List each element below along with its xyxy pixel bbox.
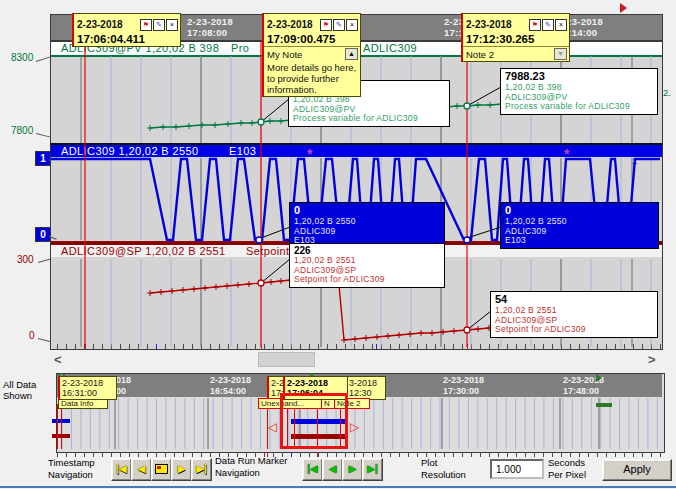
flag-icon[interactable]: ⚑ <box>140 19 152 31</box>
yaxis-blue-bottom: 0 <box>35 227 51 242</box>
icon-cluster: ⚑✎× <box>319 15 358 33</box>
icon-cluster: ⚑✎× <box>528 15 567 33</box>
all-data-shown-label: All Data Shown <box>3 379 51 401</box>
pencil-icon[interactable]: ✎ <box>153 19 165 31</box>
close-icon[interactable]: × <box>555 19 567 31</box>
overview-timestamp-box[interactable]: 3-201812:30 <box>345 376 386 400</box>
yaxis-leader <box>38 258 51 263</box>
tooltip-di-1: 0 1,20,02 B 2550 ADLIC309 E103 <box>289 202 445 249</box>
ts-first-button[interactable]: |◀ <box>111 458 132 481</box>
note-body: More details go here,to provide furtheri… <box>264 61 360 96</box>
yaxis-red-top: 300 <box>17 254 34 265</box>
overview-green-bar <box>596 403 612 407</box>
overview-marker-line <box>61 404 62 449</box>
data-run-marker-icon: * <box>564 149 569 159</box>
ts-last-button[interactable]: ▶| <box>191 458 212 481</box>
plot-resolution-label: Plot Resolution <box>421 457 481 481</box>
overview-green-marker-icon[interactable] <box>596 374 602 382</box>
tooltip-pv-2: 7988.23 1,20,02 B 398 ADLIC309@PV Proces… <box>500 68 658 115</box>
yaxis-leader <box>38 338 51 342</box>
overview-selection-rect[interactable] <box>280 393 348 449</box>
window-bottom-edge <box>0 486 676 488</box>
yaxis-leader <box>36 56 51 62</box>
timeline-marker-icon[interactable] <box>620 3 627 13</box>
tooltip-di-2: 0 1,20,02 B 2550 ADLIC309 E103 <box>500 202 659 249</box>
trend-application-window: 2-23-201817:08:00 2-23-201817:10:00 2-23… <box>0 0 676 489</box>
selection-right-handle[interactable]: ▷ <box>350 421 359 433</box>
time-axis-label: 2-23-201817:08:00 <box>187 16 233 38</box>
apply-button[interactable]: Apply <box>602 459 672 481</box>
run-first-button[interactable]: |◀ <box>302 458 323 481</box>
right-edge-blue-label: 1 <box>632 155 637 166</box>
pencil-icon[interactable]: ✎ <box>542 19 554 31</box>
tooltip-sp-1: 226 1,20,02 B 2551 ADLIC309@SP Setpoint … <box>289 243 445 288</box>
run-prev-button[interactable]: ◀ <box>322 458 343 481</box>
run-last-button[interactable]: ▶| <box>362 458 383 481</box>
data-run-marker-icon: * <box>307 149 312 159</box>
overview-marker-line <box>57 404 58 449</box>
timestamp-box-2[interactable]: 2-23-2018 ⚑✎× 17:09:00.475 My Note ▲ Mor… <box>262 13 361 97</box>
icon-cluster: ⚑✎× <box>139 15 178 33</box>
run-next-button[interactable]: ▶ <box>342 458 363 481</box>
yaxis-green-bottom: 7800 <box>11 125 33 136</box>
close-icon[interactable]: × <box>346 19 358 31</box>
timestamp-nav-label: Timestamp Navigation <box>48 457 110 481</box>
yaxis-leader <box>36 133 51 138</box>
collapse-note-icon[interactable]: ▲ <box>345 48 358 60</box>
ts-next-button[interactable]: ▶ <box>171 458 192 481</box>
yaxis-blue-top: 1 <box>35 151 51 166</box>
timestamp-box-3[interactable]: 2-23-2018 ⚑✎× 17:12:30.265 Note 2 ▼ <box>461 13 570 62</box>
ts-prev-button[interactable]: ◀ <box>131 458 152 481</box>
note-title: Note 2 <box>466 49 494 60</box>
flag-icon[interactable]: ⚑ <box>529 19 541 31</box>
scroll-right-icon[interactable]: > <box>648 353 656 366</box>
overview-timestamp-box[interactable]: 2-23-201816:31:00 <box>58 376 117 400</box>
scrollbar-thumb[interactable] <box>258 352 315 367</box>
expand-note-icon[interactable]: ▼ <box>554 48 567 60</box>
run-marker-nav-label: Data Run Marker Navigation <box>215 455 305 479</box>
plot-resolution-input[interactable] <box>490 459 544 479</box>
scroll-left-icon[interactable]: < <box>54 353 62 366</box>
timestamp-box-1[interactable]: 2-23-2018 ⚑✎× 17:06:04.411 <box>72 13 181 47</box>
yaxis-red-bottom: 0 <box>29 330 35 341</box>
units-label: Seconds Per Pixel <box>548 457 598 481</box>
pencil-icon[interactable]: ✎ <box>333 19 345 31</box>
note-title: My Note <box>267 49 302 60</box>
overview-time-label: 2-23-201817:30:00 <box>443 375 484 396</box>
overview-time-label: 2-23-201816:54:00 <box>210 375 251 396</box>
yaxis-green-top: 8300 <box>11 52 33 63</box>
tick-red <box>317 452 318 457</box>
close-icon[interactable]: × <box>166 19 178 31</box>
note-icon <box>155 464 168 474</box>
tooltip-sp-2: 54 1,20,02 B 2551 ADLIC309@SP Setpoint f… <box>490 291 658 338</box>
selection-left-handle[interactable]: ◁ <box>268 421 277 433</box>
right-edge-green-label: 2. <box>663 87 671 98</box>
ts-note-button[interactable] <box>151 458 172 481</box>
flag-icon[interactable]: ⚑ <box>320 19 332 31</box>
